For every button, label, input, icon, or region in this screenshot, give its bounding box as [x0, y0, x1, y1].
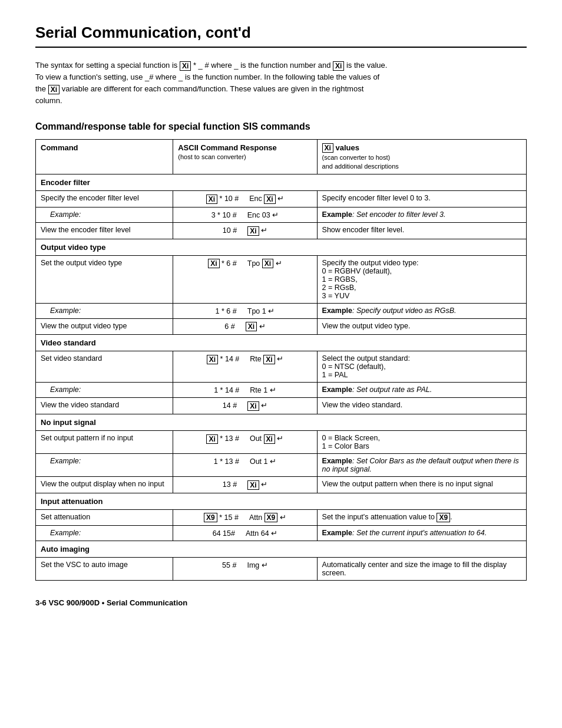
cell-command: Example:: [36, 303, 173, 318]
ascii-command: 14 #: [223, 401, 237, 410]
cell-command: Example:: [36, 453, 173, 476]
th-values-label: values: [336, 143, 359, 152]
table-row: Example:1 * 14 #Rte 1 ↵Example: Set outp…: [36, 383, 527, 398]
ascii-command: X9 * 15 #: [204, 513, 239, 522]
values-example-text: Example: Set Color Bars as the default o…: [322, 457, 519, 473]
ascii-response: Xi ↵: [246, 322, 266, 331]
cell-ascii-combined: 13 #Xi ↵: [173, 476, 317, 493]
table-row: Set the output video typeXi * 6 #Tpo Xi …: [36, 255, 527, 303]
cell-ascii-combined: 64 15#Attn 64 ↵: [173, 526, 317, 541]
ascii-response: Attn 64 ↵: [246, 529, 277, 538]
intro-line3-pre: the: [35, 84, 46, 93]
table-row: Set the VSC to auto image55 #Img ↵Automa…: [36, 558, 527, 581]
ascii-command: 55 #: [222, 561, 236, 569]
ascii-response: Xi ↵: [247, 401, 267, 410]
intro-text: The syntax for setting a special functio…: [35, 60, 527, 107]
table-row: Example:3 * 10 #Enc 03 ↵Example: Set enc…: [36, 207, 527, 222]
cell-ascii-combined: 14 #Xi ↵: [173, 398, 317, 414]
xi-box-inline: Xi: [264, 434, 275, 444]
xi-box-inline: X9: [204, 513, 217, 522]
table-row: View the encoder filter level10 #Xi ↵Sho…: [36, 222, 527, 239]
values-example-text: Example: Set the current input's attenua…: [322, 529, 487, 537]
xi-box-inline: Xi: [247, 401, 259, 411]
table-row: Example:1 * 13 #Out 1 ↵Example: Set Colo…: [36, 453, 527, 476]
ascii-command: 10 #: [223, 226, 237, 235]
cell-values: Example: Set Color Bars as the default o…: [317, 453, 526, 476]
table-row: Example:64 15#Attn 64 ↵Example: Set the …: [36, 526, 527, 541]
table-row: Set video standardXi * 14 #Rte Xi ↵Selec…: [36, 351, 527, 383]
ascii-command: 1 * 14 #: [214, 386, 239, 394]
table-row: Set attenuationX9 * 15 #Attn X9 ↵Set the…: [36, 509, 527, 526]
cell-values: Show encoder filter level.: [317, 222, 526, 239]
xi-box-inline: Xi: [208, 259, 219, 268]
section-label: Encoder filter: [36, 174, 527, 191]
cell-values: Example: Set encoder to filter level 3.: [317, 207, 526, 222]
intro-mid1: * _ # where _ is the function number and: [193, 61, 330, 70]
page-title: Serial Communication, cont'd: [35, 24, 527, 48]
example-label: Example:: [50, 457, 81, 465]
ascii-command: 1 * 13 #: [214, 457, 239, 466]
cell-command: Example:: [36, 526, 173, 541]
ascii-response: Enc Xi ↵: [249, 195, 284, 203]
cell-ascii-combined: 10 #Xi ↵: [173, 222, 317, 239]
cell-ascii-combined: Xi * 13 #Out Xi ↵: [173, 430, 317, 453]
table-section-row: Encoder filter: [36, 174, 527, 191]
xi-box-inline: Xi: [207, 355, 218, 364]
cell-ascii-combined: 1 * 13 #Out 1 ↵: [173, 453, 317, 476]
th-values: Xi values (scan converter to host)and ad…: [317, 139, 526, 174]
xi-box-1: Xi: [180, 61, 191, 71]
cell-values: View the video standard.: [317, 398, 526, 414]
ascii-response: Rte Xi ↵: [250, 355, 283, 363]
ascii-response: Rte 1 ↵: [250, 386, 276, 394]
ascii-command: 13 #: [223, 480, 237, 489]
ascii-response: Tpo Xi ↵: [247, 259, 282, 268]
cell-ascii-combined: Xi * 14 #Rte Xi ↵: [173, 351, 317, 383]
intro-line2: To view a function's setting, use _# whe…: [35, 73, 379, 81]
ascii-response: Tpo 1 ↵: [247, 307, 275, 315]
ascii-command: 1 * 6 #: [216, 307, 237, 315]
ascii-response: Img ↵: [247, 561, 267, 569]
th-command: Command: [36, 139, 173, 174]
table-row: View the output video type6 #Xi ↵View th…: [36, 318, 527, 335]
table-section-row: Auto imaging: [36, 541, 527, 558]
cell-command: Example:: [36, 207, 173, 222]
section-label: Auto imaging: [36, 541, 527, 558]
th-ascii-label: ASCII Command Response: [178, 143, 277, 152]
xi-box-inline: X9: [265, 513, 278, 522]
intro-line4: column.: [35, 96, 62, 105]
cell-values: Example: Set output rate as PAL.: [317, 383, 526, 398]
cell-values: Example: Set the current input's attenua…: [317, 526, 526, 541]
cell-command: View the output display when no input: [36, 476, 173, 493]
xi-box-inline: Xi: [264, 195, 275, 204]
xi-box-inline: X9: [437, 513, 450, 522]
ascii-command: Xi * 13 #: [206, 434, 239, 443]
table-section-row: Video standard: [36, 335, 527, 351]
section-label: Output video type: [36, 239, 527, 255]
cell-ascii-combined: X9 * 15 #Attn X9 ↵: [173, 509, 317, 526]
cell-values: Example: Specify output video as RGsB.: [317, 303, 526, 318]
ascii-response: Out Xi ↵: [250, 434, 283, 443]
ascii-command: Xi * 14 #: [207, 355, 239, 363]
cell-values: Select the output standard:0 = NTSC (def…: [317, 351, 526, 383]
values-example-text: Example: Set encoder to filter level 3.: [322, 210, 446, 219]
cell-ascii-combined: Xi * 6 #Tpo Xi ↵: [173, 255, 317, 303]
section-label: Input attenuation: [36, 493, 527, 509]
cell-ascii-combined: 55 #Img ↵: [173, 558, 317, 581]
intro-line3-post: variable are different for each command/…: [62, 84, 364, 93]
xi-box-inline: Xi: [263, 355, 275, 364]
example-label: Example:: [50, 529, 81, 537]
cell-values: Specify the output video type:0 = RGBHV …: [317, 255, 526, 303]
cell-values: Specify encoder filter level 0 to 3.: [317, 191, 526, 207]
ascii-command: Xi * 10 #: [206, 195, 239, 203]
th-values-sub: (scan converter to host)and additional d…: [322, 154, 399, 170]
footer: 3-6 VSC 900/900D • Serial Communication: [35, 598, 527, 607]
cell-ascii-combined: Xi * 10 #Enc Xi ↵: [173, 191, 317, 207]
xi-box-th: Xi: [322, 143, 333, 153]
th-command-label: Command: [41, 143, 78, 152]
table-section-row: No input signal: [36, 414, 527, 430]
section-heading: Command/response table for special funct…: [35, 121, 527, 132]
intro-mid2: is the value.: [346, 61, 387, 70]
cell-command: Set the output video type: [36, 255, 173, 303]
cell-values: View the output pattern when there is no…: [317, 476, 526, 493]
xi-box-inline: Xi: [247, 480, 259, 490]
